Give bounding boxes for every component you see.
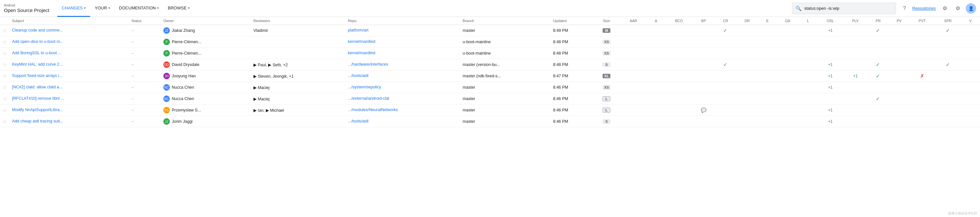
owner-avatar: JJ: [163, 118, 170, 125]
star-cell[interactable]: ☆: [0, 25, 10, 36]
nav-your[interactable]: YOUR ▾: [90, 0, 115, 17]
vote-aar-cell: [620, 70, 646, 82]
help-icon: ?: [903, 6, 906, 11]
vote-a-cell: [646, 82, 665, 93]
repo-link[interactable]: platform/art: [348, 28, 368, 32]
branch-cell: master (version-bu...: [460, 59, 550, 70]
updated-cell: 8:46 PM: [550, 116, 593, 127]
vote-dr-cell: [736, 25, 758, 36]
vote-cr-cell: [715, 93, 736, 105]
vote-ga-cell: [777, 82, 799, 93]
repositories-link[interactable]: Repositories: [912, 6, 936, 11]
settings-icon[interactable]: ⚙: [953, 3, 963, 14]
size-badge: XS: [603, 51, 611, 55]
star-cell[interactable]: ☆: [0, 70, 10, 82]
star-icon[interactable]: ☆: [3, 119, 7, 124]
subject-link[interactable]: Add BoringSSL to u-boot ...: [12, 51, 62, 55]
vote-pvt-cell: [909, 116, 935, 127]
vote-plus: +1: [853, 74, 858, 78]
star-icon[interactable]: ☆: [3, 62, 7, 67]
size-badge: XS: [603, 85, 611, 90]
status-value: –: [132, 28, 134, 33]
repo-link[interactable]: .../system/sepolicy: [348, 85, 381, 89]
repo-link[interactable]: .../tools/aidl: [348, 73, 368, 78]
updated-cell: 8:48 PM: [550, 36, 593, 48]
repo-link[interactable]: kernel/manifest: [348, 51, 375, 55]
status-cell: –: [129, 82, 161, 93]
subject-link[interactable]: [RFCLAT#10] remove libnl ...: [12, 96, 64, 101]
help-button[interactable]: ?: [899, 3, 910, 14]
vote-v-cell: [961, 105, 980, 116]
comment-icon: 💬: [701, 108, 706, 113]
subject-link[interactable]: KeyMint HAL: add curve 2...: [12, 62, 63, 67]
star-icon[interactable]: ☆: [3, 39, 7, 44]
vote-aar-cell: [620, 116, 646, 127]
vote-dr-cell: [736, 93, 758, 105]
branch-value: master: [463, 119, 475, 124]
star-icon[interactable]: ☆: [3, 96, 7, 101]
subject-cell: Cleanup code and comme...: [10, 25, 129, 36]
star-icon[interactable]: ☆: [3, 108, 7, 113]
changes-table-container: Subject Status Owner Reviewers Repo Bran…: [0, 17, 980, 127]
subject-link[interactable]: [NC#2] clatd: allow clatd a...: [12, 85, 62, 89]
vote-spr-cell: ✓: [935, 25, 961, 36]
star-cell[interactable]: ☆: [0, 105, 10, 116]
repo-cell: kernel/manifest: [345, 48, 460, 59]
vote-osl-cell: [817, 93, 843, 105]
nav-changes[interactable]: CHANGES ▾: [57, 0, 90, 17]
status-cell: –: [129, 36, 161, 48]
reviewers-cell: ▶ Maciej: [251, 82, 345, 93]
repo-link[interactable]: .../hardware/interfaces: [348, 62, 388, 67]
vote-v-cell: [961, 59, 980, 70]
vote-osl-cell: +1: [817, 82, 843, 93]
star-icon[interactable]: ☆: [3, 85, 7, 90]
settings-gear-icon[interactable]: ⚙: [940, 3, 950, 14]
star-cell[interactable]: ☆: [0, 48, 10, 59]
col-bco: BCO: [665, 17, 692, 25]
repo-link[interactable]: kernel/manifest: [348, 39, 375, 44]
repo-link[interactable]: .../modules/NeuralNetworks: [348, 108, 398, 112]
repo-cell: .../system/sepolicy: [345, 82, 460, 93]
vote-aar-cell: [620, 93, 646, 105]
table-row: ☆Add cheap aidl tracing suit...– JJ Jori…: [0, 116, 980, 127]
vote-plus: +1: [828, 108, 833, 112]
star-cell[interactable]: ☆: [0, 93, 10, 105]
vote-a-cell: [646, 116, 665, 127]
repo-link[interactable]: .../tools/aidl: [348, 119, 368, 124]
vote-l-cell: [799, 25, 817, 36]
subject-link[interactable]: Add cheap aidl tracing suit...: [12, 119, 63, 124]
nav-documentation[interactable]: DOCUMENTATION ▾: [115, 0, 163, 17]
star-icon[interactable]: ☆: [3, 51, 7, 56]
size-badge: XL: [603, 74, 610, 78]
search-input[interactable]: [804, 6, 889, 11]
vote-osl-cell: +1: [817, 116, 843, 127]
avatar[interactable]: 👤: [966, 3, 976, 14]
vote-bco-cell: [665, 105, 692, 116]
subject-link[interactable]: Modify NnApiSupportLibra...: [12, 108, 63, 112]
repo-cell: .../hardware/interfaces: [345, 59, 460, 70]
star-cell[interactable]: ☆: [0, 36, 10, 48]
nav-browse[interactable]: BROWSE ▾: [163, 0, 194, 17]
star-icon[interactable]: ☆: [3, 28, 7, 33]
repo-cell: .../external/android-clat: [345, 93, 460, 105]
table-row: ☆KeyMint HAL: add curve 2...– DD David D…: [0, 59, 980, 70]
vote-check: ✓: [723, 28, 727, 33]
col-branch: Branch: [460, 17, 550, 25]
subject-link[interactable]: Support fixed-size arrays i...: [12, 73, 62, 78]
owner-avatar: JZ: [163, 27, 170, 34]
vote-plus: +1: [828, 85, 833, 90]
nav-documentation-label: DOCUMENTATION: [119, 6, 156, 10]
subject-link[interactable]: Cleanup code and comme...: [12, 28, 63, 32]
vote-plv-cell: [843, 36, 868, 48]
subject-link[interactable]: Add open-dice to u-boot m...: [12, 39, 64, 44]
vote-pr-cell: [867, 105, 889, 116]
repo-link[interactable]: .../external/android-clat: [348, 96, 389, 101]
branch-value: master: [463, 97, 475, 101]
star-cell[interactable]: ☆: [0, 59, 10, 70]
star-cell[interactable]: ☆: [0, 116, 10, 127]
star-cell[interactable]: ☆: [0, 82, 10, 93]
star-icon[interactable]: ☆: [3, 73, 7, 79]
vote-bp-cell: [692, 116, 715, 127]
vote-cr-cell: [715, 105, 736, 116]
size-cell: M: [593, 25, 620, 36]
